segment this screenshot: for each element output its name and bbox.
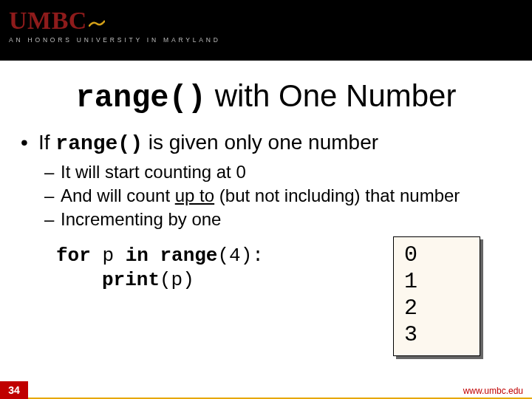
bullet-dot-icon: • <box>21 131 38 154</box>
output-line: 1 <box>404 268 471 295</box>
footer-url: www.umbc.edu <box>463 386 523 396</box>
output-line: 2 <box>404 295 471 321</box>
sub-bullet-list: –It will start counting at 0 –And will c… <box>44 161 532 231</box>
sub2-underline: up to <box>175 185 214 205</box>
sub2-b: (but not including) that number <box>214 185 460 205</box>
code-var-p: p <box>91 245 126 267</box>
dash-icon: – <box>44 208 61 231</box>
sub-item-2: –And will count up to (but not including… <box>44 185 532 207</box>
logo-tagline: AN HONORS UNIVERSITY IN MARYLAND <box>9 36 221 44</box>
logo-label: UMBC <box>9 7 87 34</box>
logo-text: UMBC <box>9 6 221 33</box>
sub1-text: It will start counting at 0 <box>61 162 246 182</box>
slide-number: 34 <box>0 381 28 399</box>
bullet-level1: •If range() is given only one number <box>21 131 532 155</box>
footer: 34 www.umbc.edu <box>0 381 532 399</box>
sub-item-1: –It will start counting at 0 <box>44 161 532 183</box>
dash-icon: – <box>44 161 61 183</box>
code-space <box>149 245 160 267</box>
output-box: 0 1 2 3 <box>393 236 480 356</box>
sub3-text: Incrementing by one <box>61 209 221 229</box>
output-line: 3 <box>404 321 471 348</box>
sub-item-3: –Incrementing by one <box>44 208 532 231</box>
fn-print: print <box>102 269 160 291</box>
title-mono: range() <box>76 81 206 116</box>
b1-mono: range() <box>55 132 143 155</box>
code-call2: (p) <box>160 269 194 291</box>
code-call1: (4): <box>217 245 263 267</box>
kw-in: in <box>126 245 149 267</box>
output-line: 0 <box>404 242 471 268</box>
sub2-a: And will count <box>61 185 175 205</box>
header-bar: UMBC AN HONORS UNIVERSITY IN MARYLAND <box>0 0 532 61</box>
b1-prefix: If <box>38 131 55 154</box>
logo-accent-icon <box>89 6 105 13</box>
slide-title: range() with One Number <box>0 78 532 116</box>
b1-suffix: is given only one number <box>143 131 378 154</box>
title-rest: with One Number <box>206 78 456 113</box>
logo-block: UMBC AN HONORS UNIVERSITY IN MARYLAND <box>9 6 221 44</box>
kw-for: for <box>56 245 91 267</box>
dash-icon: – <box>44 185 61 207</box>
fn-range: range <box>160 245 217 267</box>
